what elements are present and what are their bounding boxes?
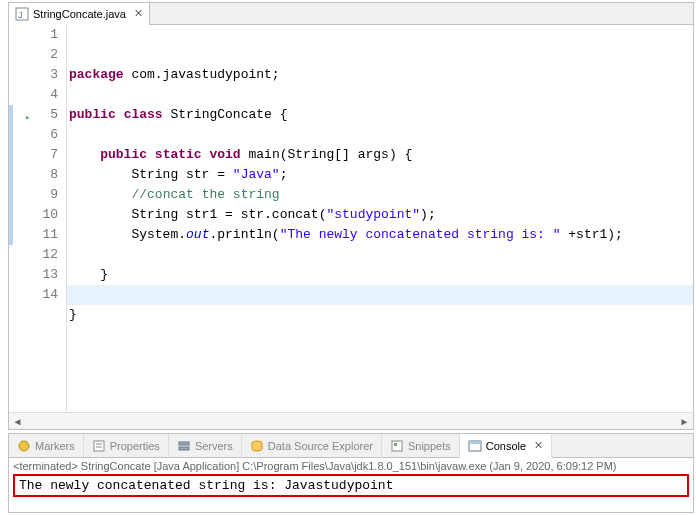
svg-rect-10 bbox=[394, 443, 397, 446]
editor-area: J StringConcate.java ✕ ▸ 123456789101112… bbox=[8, 2, 694, 430]
console-output: The newly concatenated string is: Javast… bbox=[13, 474, 689, 497]
code-line[interactable]: package com.javastudypoint; bbox=[69, 65, 693, 85]
marker-strip bbox=[9, 25, 23, 411]
line-number: 2 bbox=[23, 45, 58, 65]
line-number: 3 bbox=[23, 65, 58, 85]
code-line[interactable] bbox=[69, 125, 693, 145]
console-body: <terminated> StringConcate [Java Applica… bbox=[9, 458, 693, 499]
console-icon bbox=[468, 439, 482, 453]
line-number: 12 bbox=[23, 245, 58, 265]
tab-data-source-explorer[interactable]: Data Source Explorer bbox=[242, 434, 382, 458]
datasource-icon bbox=[250, 439, 264, 453]
close-icon[interactable]: ✕ bbox=[134, 7, 143, 20]
code-line[interactable]: String str = "Java"; bbox=[69, 165, 693, 185]
line-number: 7 bbox=[23, 145, 58, 165]
code-line[interactable]: public static void main(String[] args) { bbox=[69, 145, 693, 165]
code-line[interactable] bbox=[69, 325, 693, 345]
scroll-left-icon[interactable]: ◄ bbox=[9, 413, 26, 430]
snippets-icon bbox=[390, 439, 404, 453]
svg-point-2 bbox=[19, 441, 29, 451]
bottom-tabs: MarkersPropertiesServersData Source Expl… bbox=[9, 434, 693, 458]
close-icon[interactable]: ✕ bbox=[534, 439, 543, 452]
code-line[interactable] bbox=[69, 245, 693, 265]
horizontal-scrollbar[interactable]: ◄ ► bbox=[9, 412, 693, 429]
servers-icon bbox=[177, 439, 191, 453]
line-number: 4 bbox=[23, 85, 58, 105]
console-terminated-line: <terminated> StringConcate [Java Applica… bbox=[13, 460, 689, 472]
tab-label: Data Source Explorer bbox=[268, 440, 373, 452]
code-line[interactable]: } bbox=[69, 305, 693, 325]
code-line[interactable]: } bbox=[69, 265, 693, 285]
tab-console[interactable]: Console✕ bbox=[460, 434, 552, 458]
line-number: 6 bbox=[23, 125, 58, 145]
line-number: 9 bbox=[23, 185, 58, 205]
svg-text:J: J bbox=[18, 10, 23, 20]
markers-icon bbox=[17, 439, 31, 453]
line-number: 1 bbox=[23, 25, 58, 45]
code-area[interactable]: ▸ 1234567891011121314 package com.javast… bbox=[9, 25, 693, 411]
tab-properties[interactable]: Properties bbox=[84, 434, 169, 458]
line-number-gutter: ▸ 1234567891011121314 bbox=[23, 25, 67, 411]
code-line[interactable] bbox=[69, 85, 693, 105]
code-content[interactable]: package com.javastudypoint;public class … bbox=[67, 25, 693, 411]
tab-filename: StringConcate.java bbox=[33, 8, 126, 20]
java-file-icon: J bbox=[15, 7, 29, 21]
code-line[interactable]: public class StringConcate { bbox=[69, 105, 693, 125]
line-number: 11 bbox=[23, 225, 58, 245]
svg-rect-6 bbox=[179, 442, 189, 445]
svg-rect-12 bbox=[469, 441, 481, 444]
editor-tab[interactable]: J StringConcate.java ✕ bbox=[9, 3, 150, 25]
line-number: 13 bbox=[23, 265, 58, 285]
tab-label: Properties bbox=[110, 440, 160, 452]
code-line[interactable]: //concat the string bbox=[69, 185, 693, 205]
tab-bar: J StringConcate.java ✕ bbox=[9, 3, 693, 25]
line-number: 10 bbox=[23, 205, 58, 225]
tab-markers[interactable]: Markers bbox=[9, 434, 84, 458]
code-line[interactable]: String str1 = str.concat("studypoint"); bbox=[69, 205, 693, 225]
tab-snippets[interactable]: Snippets bbox=[382, 434, 460, 458]
tab-label: Snippets bbox=[408, 440, 451, 452]
code-line[interactable]: System.out.println("The newly concatenat… bbox=[69, 225, 693, 245]
properties-icon bbox=[92, 439, 106, 453]
tab-label: Console bbox=[486, 440, 526, 452]
scroll-right-icon[interactable]: ► bbox=[676, 413, 693, 430]
svg-rect-3 bbox=[94, 441, 104, 451]
tab-label: Markers bbox=[35, 440, 75, 452]
tab-servers[interactable]: Servers bbox=[169, 434, 242, 458]
line-number: 8 bbox=[23, 165, 58, 185]
tab-label: Servers bbox=[195, 440, 233, 452]
code-line[interactable] bbox=[69, 285, 693, 305]
bottom-panel: MarkersPropertiesServersData Source Expl… bbox=[8, 433, 694, 513]
svg-rect-7 bbox=[179, 447, 189, 450]
line-number: 14 bbox=[23, 285, 58, 305]
